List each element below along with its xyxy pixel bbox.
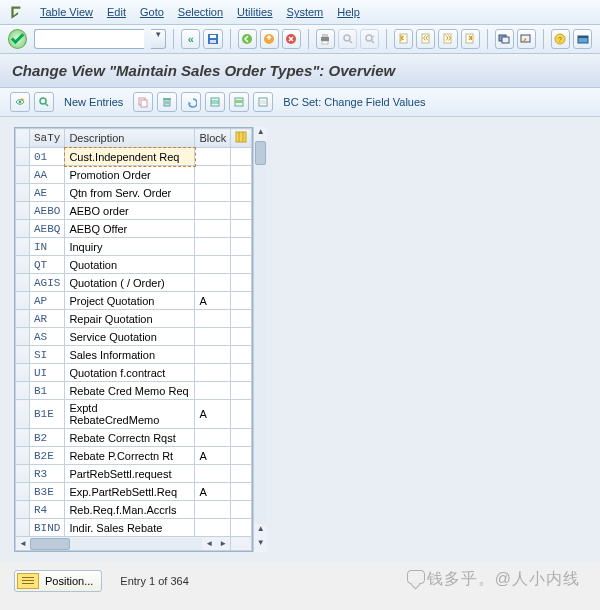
table-row[interactable]: AGISQuotation ( / Order) xyxy=(16,274,252,292)
cell-block[interactable]: A xyxy=(195,292,231,310)
cell-saty[interactable]: B2 xyxy=(30,429,65,447)
row-selector[interactable] xyxy=(16,400,30,429)
col-header-block[interactable]: Block xyxy=(195,129,231,148)
cell-saty[interactable]: BIND xyxy=(30,519,65,537)
menu-system[interactable]: System xyxy=(281,4,330,20)
row-selector[interactable] xyxy=(16,346,30,364)
cell-description[interactable]: Indir. Sales Rebate xyxy=(65,519,195,537)
table-row[interactable]: R3PartRebSettl.request xyxy=(16,465,252,483)
cell-block[interactable] xyxy=(195,429,231,447)
next-page-icon[interactable] xyxy=(438,29,457,49)
cell-saty[interactable]: AEBQ xyxy=(30,220,65,238)
cell-saty[interactable]: 01 xyxy=(30,148,65,166)
table-row[interactable]: ARRepair Quotation xyxy=(16,310,252,328)
row-selector[interactable] xyxy=(16,382,30,400)
table-row[interactable]: 01Cust.Independent Req xyxy=(16,148,252,166)
cell-block[interactable]: A xyxy=(195,447,231,465)
toggle-display-change-icon[interactable] xyxy=(10,92,30,112)
find-next-icon[interactable]: + xyxy=(360,29,379,49)
position-button[interactable]: Position... xyxy=(14,570,102,592)
row-selector[interactable] xyxy=(16,202,30,220)
cell-saty[interactable]: R4 xyxy=(30,501,65,519)
cell-block[interactable] xyxy=(195,346,231,364)
cell-block[interactable] xyxy=(195,364,231,382)
select-all-icon[interactable] xyxy=(205,92,225,112)
cell-block[interactable] xyxy=(195,166,231,184)
first-page-icon[interactable] xyxy=(394,29,413,49)
col-header-description[interactable]: Description xyxy=(65,129,195,148)
row-selector[interactable] xyxy=(16,148,30,166)
deselect-all-icon[interactable] xyxy=(253,92,273,112)
row-selector[interactable] xyxy=(16,519,30,537)
table-row[interactable]: R4Reb.Req.f.Man.Accrls xyxy=(16,501,252,519)
select-block-icon[interactable] xyxy=(229,92,249,112)
find-icon[interactable] xyxy=(338,29,357,49)
back-icon[interactable] xyxy=(238,29,257,49)
menu-edit[interactable]: Edit xyxy=(101,4,132,20)
cell-description[interactable]: Service Quotation xyxy=(65,328,195,346)
row-selector[interactable] xyxy=(16,220,30,238)
cell-description[interactable]: Sales Information xyxy=(65,346,195,364)
row-selector[interactable] xyxy=(16,465,30,483)
cell-saty[interactable]: B3E xyxy=(30,483,65,501)
cell-block[interactable] xyxy=(195,519,231,537)
cell-description[interactable]: Repair Quotation xyxy=(65,310,195,328)
cell-block[interactable] xyxy=(195,202,231,220)
table-row[interactable]: AEBQAEBQ Offer xyxy=(16,220,252,238)
save-icon[interactable] xyxy=(203,29,222,49)
horizontal-scrollbar[interactable]: ◄ ◄ ► xyxy=(16,537,252,551)
undo-icon[interactable] xyxy=(181,92,201,112)
col-header-saty[interactable]: SaTy xyxy=(30,129,65,148)
cell-description[interactable]: Reb.Req.f.Man.Accrls xyxy=(65,501,195,519)
table-row[interactable]: B3EExp.PartRebSettl.ReqA xyxy=(16,483,252,501)
cell-saty[interactable]: AE xyxy=(30,184,65,202)
cell-saty[interactable]: AR xyxy=(30,310,65,328)
cell-saty[interactable]: SI xyxy=(30,346,65,364)
cell-description[interactable]: Inquiry xyxy=(65,238,195,256)
table-row[interactable]: BINDIndir. Sales Rebate xyxy=(16,519,252,537)
cell-saty[interactable]: UI xyxy=(30,364,65,382)
shortcut-icon[interactable] xyxy=(517,29,536,49)
table-row[interactable]: B1Rebate Cred Memo Req xyxy=(16,382,252,400)
row-selector[interactable] xyxy=(16,292,30,310)
table-row[interactable]: INInquiry xyxy=(16,238,252,256)
menu-table-view[interactable]: Table View xyxy=(34,4,99,20)
command-field[interactable] xyxy=(34,29,144,49)
table-row[interactable]: APProject QuotationA xyxy=(16,292,252,310)
cell-saty[interactable]: AEBO xyxy=(30,202,65,220)
layout-icon[interactable] xyxy=(573,29,592,49)
prev-page-icon[interactable] xyxy=(416,29,435,49)
cell-block[interactable]: A xyxy=(195,483,231,501)
print-icon[interactable] xyxy=(316,29,335,49)
delete-icon[interactable] xyxy=(157,92,177,112)
cell-description[interactable]: Exp.PartRebSettl.Req xyxy=(65,483,195,501)
cell-block[interactable] xyxy=(195,184,231,202)
cell-saty[interactable]: R3 xyxy=(30,465,65,483)
cell-saty[interactable]: QT xyxy=(30,256,65,274)
cell-block[interactable]: A xyxy=(195,400,231,429)
cell-description[interactable]: Quotation f.contract xyxy=(65,364,195,382)
row-selector[interactable] xyxy=(16,166,30,184)
cell-block[interactable] xyxy=(195,256,231,274)
table-row[interactable]: UIQuotation f.contract xyxy=(16,364,252,382)
table-row[interactable]: B1EExptd RebateCredMemoA xyxy=(16,400,252,429)
vertical-scrollbar[interactable]: ▲ ▼ ▲ xyxy=(253,127,267,552)
cell-description[interactable]: AEBQ Offer xyxy=(65,220,195,238)
table-row[interactable]: B2Rebate Correctn Rqst xyxy=(16,429,252,447)
details-icon[interactable] xyxy=(34,92,54,112)
row-selector[interactable] xyxy=(16,328,30,346)
help-icon[interactable]: ? xyxy=(551,29,570,49)
table-row[interactable]: AEQtn from Serv. Order xyxy=(16,184,252,202)
table-row[interactable]: AEBOAEBO order xyxy=(16,202,252,220)
table-row[interactable]: AAPromotion Order xyxy=(16,166,252,184)
table-row[interactable]: QTQuotation xyxy=(16,256,252,274)
cell-block[interactable] xyxy=(195,238,231,256)
selector-header[interactable] xyxy=(16,129,30,148)
cell-block[interactable] xyxy=(195,148,231,166)
cell-description[interactable]: Rebate Cred Memo Req xyxy=(65,382,195,400)
row-selector[interactable] xyxy=(16,184,30,202)
menu-help[interactable]: Help xyxy=(331,4,366,20)
cell-description[interactable]: Qtn from Serv. Order xyxy=(65,184,195,202)
table-row[interactable]: B2ERebate P.Correctn RtA xyxy=(16,447,252,465)
cell-saty[interactable]: AGIS xyxy=(30,274,65,292)
